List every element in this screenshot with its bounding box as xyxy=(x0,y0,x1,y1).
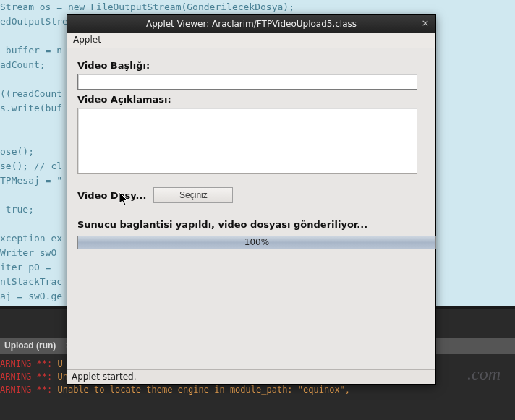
label-video-file: Video Dosy... xyxy=(77,190,146,201)
close-icon[interactable]: × xyxy=(420,17,431,29)
applet-content: Video Başlığı: Video Açıklaması: Video D… xyxy=(67,48,435,257)
console-line-prefix: ARNING **: xyxy=(0,385,57,395)
label-video-title: Video Başlığı: xyxy=(77,60,425,71)
applet-viewer-window: Applet Viewer: Araclarim/FTPVideoUpload5… xyxy=(67,14,436,385)
console-line-prefix: ARNING **: xyxy=(0,372,57,382)
menu-applet[interactable]: Applet xyxy=(73,35,101,45)
video-desc-textarea[interactable] xyxy=(77,108,417,174)
upload-status-text: Sunucu baglantisi yapıldı, video dosyası… xyxy=(77,219,425,230)
video-title-input[interactable] xyxy=(77,74,417,90)
file-chooser-row: Video Dosy... Seçiniz xyxy=(77,187,425,203)
menubar: Applet xyxy=(67,33,435,48)
window-title: Applet Viewer: Araclarim/FTPVideoUpload5… xyxy=(146,19,357,29)
console-line-prefix: ARNING **: xyxy=(0,359,57,369)
label-video-desc: Video Açıklaması: xyxy=(77,94,425,105)
console-line-msg: Unable to locate theme engine in module_… xyxy=(57,385,350,395)
applet-statusbar: Applet started. xyxy=(67,369,435,384)
console-run-label: Upload (run) xyxy=(4,340,56,351)
progress-percent-label: 100% xyxy=(78,236,435,249)
choose-file-button[interactable]: Seçiniz xyxy=(153,187,233,203)
console-line-msg: U xyxy=(57,359,62,369)
titlebar[interactable]: Applet Viewer: Araclarim/FTPVideoUpload5… xyxy=(67,15,435,33)
upload-progress-bar: 100% xyxy=(77,236,436,249)
console-header-extra xyxy=(59,340,64,351)
